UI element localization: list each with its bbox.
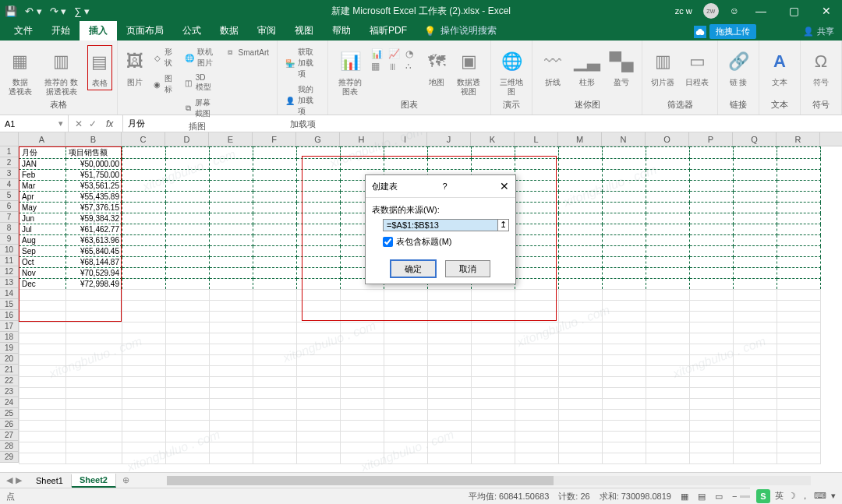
cell[interactable]: [559, 147, 603, 159]
cell[interactable]: [253, 344, 297, 355]
sheet-tab-1[interactable]: Sheet1: [28, 474, 72, 487]
cell[interactable]: [690, 159, 734, 170]
cell[interactable]: [384, 290, 428, 301]
cell[interactable]: [66, 410, 122, 421]
cell[interactable]: [690, 192, 734, 203]
cell[interactable]: [734, 147, 777, 159]
row-header[interactable]: 24: [0, 397, 19, 408]
cell[interactable]: [515, 377, 559, 388]
cell[interactable]: [603, 235, 646, 246]
cell[interactable]: [384, 312, 428, 322]
cell[interactable]: [19, 333, 66, 344]
cell[interactable]: [253, 159, 297, 170]
cell[interactable]: [253, 301, 297, 312]
sheet-nav-prev-icon[interactable]: ◀: [6, 475, 12, 485]
table-button[interactable]: ▤表格: [87, 45, 112, 90]
cell[interactable]: [734, 399, 777, 410]
cell[interactable]: [19, 410, 66, 421]
cell[interactable]: [166, 432, 210, 442]
col-header[interactable]: C: [122, 132, 165, 146]
cell[interactable]: [210, 246, 253, 257]
cell[interactable]: [690, 322, 734, 333]
cell[interactable]: [559, 246, 603, 257]
moon-icon[interactable]: ☽: [788, 491, 796, 501]
cell[interactable]: [297, 159, 341, 170]
cell[interactable]: [777, 453, 821, 464]
cell[interactable]: [66, 377, 122, 388]
source-input[interactable]: [383, 219, 498, 231]
cell[interactable]: [472, 366, 515, 377]
tab-insert[interactable]: 插入: [80, 21, 117, 41]
cell[interactable]: [603, 279, 646, 290]
cell[interactable]: [210, 355, 253, 366]
col-header[interactable]: G: [296, 132, 340, 146]
col-header[interactable]: D: [165, 132, 209, 146]
cell[interactable]: [122, 410, 166, 421]
cell[interactable]: [297, 355, 341, 366]
cell[interactable]: Jul: [19, 224, 66, 235]
cell[interactable]: [66, 432, 122, 442]
cell[interactable]: [253, 442, 297, 453]
chart-pie-icon[interactable]: ◔: [405, 48, 421, 59]
tray-chevron-icon[interactable]: ▾: [831, 491, 836, 501]
cell[interactable]: [297, 290, 341, 301]
cell[interactable]: [210, 268, 253, 279]
view-break-icon[interactable]: ▭: [715, 492, 723, 502]
cell[interactable]: [559, 355, 603, 366]
cell[interactable]: [603, 181, 646, 192]
cell[interactable]: ¥68,144.87: [66, 257, 122, 268]
cell[interactable]: [297, 344, 341, 355]
cell[interactable]: [603, 213, 646, 224]
cell[interactable]: [297, 442, 341, 453]
col-header[interactable]: N: [602, 132, 646, 146]
cell[interactable]: [210, 442, 253, 453]
cell[interactable]: [559, 366, 603, 377]
cell[interactable]: [297, 268, 341, 279]
cell[interactable]: [122, 268, 166, 279]
cell[interactable]: [19, 453, 66, 464]
cell[interactable]: [734, 181, 777, 192]
cell[interactable]: [210, 224, 253, 235]
cell[interactable]: [472, 453, 515, 464]
row-header[interactable]: 23: [0, 386, 19, 397]
cell[interactable]: [777, 159, 821, 170]
cell[interactable]: [472, 442, 515, 453]
row-header[interactable]: 25: [0, 408, 19, 419]
sheet-tab-2[interactable]: Sheet2: [72, 474, 116, 488]
cell[interactable]: [646, 224, 690, 235]
row-header[interactable]: 11: [0, 256, 19, 266]
cell[interactable]: [734, 203, 777, 213]
row-header[interactable]: 17: [0, 321, 19, 332]
cell[interactable]: [690, 344, 734, 355]
cell[interactable]: [515, 399, 559, 410]
cell[interactable]: [122, 290, 166, 301]
cell[interactable]: [690, 224, 734, 235]
cell[interactable]: [210, 181, 253, 192]
cell[interactable]: [777, 388, 821, 399]
cell[interactable]: [66, 322, 122, 333]
cell[interactable]: [690, 235, 734, 246]
cell[interactable]: [646, 235, 690, 246]
cell[interactable]: 月份: [19, 147, 66, 159]
cell[interactable]: Jun: [19, 213, 66, 224]
cell[interactable]: [210, 203, 253, 213]
col-header[interactable]: P: [689, 132, 733, 146]
cell[interactable]: [66, 355, 122, 366]
undo-icon[interactable]: ↶ ▾: [25, 5, 42, 17]
cell[interactable]: [297, 192, 341, 203]
cell[interactable]: [341, 432, 384, 442]
cell[interactable]: [472, 147, 515, 159]
cell[interactable]: [515, 235, 559, 246]
formula-input[interactable]: 月份: [123, 115, 842, 132]
row-header[interactable]: 15: [0, 299, 19, 310]
cell[interactable]: [122, 213, 166, 224]
table-row[interactable]: [19, 399, 821, 410]
cell[interactable]: [515, 170, 559, 181]
cell[interactable]: [210, 192, 253, 203]
cell[interactable]: [646, 246, 690, 257]
cell[interactable]: [166, 224, 210, 235]
cell[interactable]: [341, 322, 384, 333]
cell[interactable]: [210, 257, 253, 268]
cell[interactable]: [253, 181, 297, 192]
cell[interactable]: [297, 224, 341, 235]
